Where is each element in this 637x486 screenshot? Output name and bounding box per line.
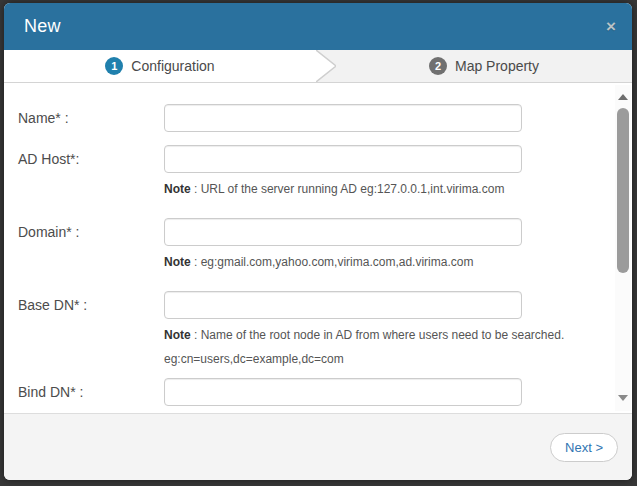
dialog-header: New × xyxy=(4,3,632,50)
scrollbar-thumb[interactable] xyxy=(617,108,629,273)
step-2-label: Map Property xyxy=(455,58,539,74)
note-text: : eg:gmail.com,yahoo.com,virima.com,ad.v… xyxy=(191,255,474,269)
next-button[interactable]: Next > xyxy=(550,433,618,462)
domain-note: Note : eg:gmail.com,yahoo.com,virima.com… xyxy=(164,255,632,269)
new-dialog: New × 1 Configuration 2 Map Property Nam… xyxy=(4,3,632,480)
base-dn-field-label: Base DN* : xyxy=(18,291,164,319)
ad-host-input[interactable] xyxy=(164,145,522,173)
base-dn-input[interactable] xyxy=(164,291,522,319)
name-field-label: Name* : xyxy=(18,104,164,132)
bind-dn-field-label: Bind DN* : xyxy=(18,378,164,406)
dialog-title: New xyxy=(24,16,61,37)
base-dn-field-row: Base DN* : xyxy=(18,291,632,319)
tab-configuration[interactable]: 1 Configuration xyxy=(4,50,316,82)
step-1-label: Configuration xyxy=(131,58,214,74)
name-field-row: Name* : xyxy=(18,104,632,132)
tab-map-property[interactable]: 2 Map Property xyxy=(336,50,632,82)
ad-host-note: Note : URL of the server running AD eg:1… xyxy=(164,182,632,196)
note-text: : URL of the server running AD eg:127.0.… xyxy=(191,182,505,196)
note-text: : Name of the root node in AD from where… xyxy=(191,328,565,342)
bind-dn-field-row: Bind DN* : xyxy=(18,378,632,406)
name-input[interactable] xyxy=(164,104,522,132)
domain-field-label: Domain* : xyxy=(18,218,164,246)
note-prefix: Note xyxy=(164,328,191,342)
ad-host-field-label: AD Host*: xyxy=(18,145,164,173)
ad-host-field-row: AD Host*: xyxy=(18,145,632,173)
base-dn-note: Note : Name of the root node in AD from … xyxy=(164,328,632,342)
vertical-scrollbar[interactable] xyxy=(615,85,631,411)
note-prefix: Note xyxy=(164,182,191,196)
base-dn-note-example: eg:cn=users,dc=example,dc=com xyxy=(164,352,632,366)
wizard-steps: 1 Configuration 2 Map Property xyxy=(4,50,632,83)
dialog-footer: Next > xyxy=(4,413,632,480)
domain-field-row: Domain* : xyxy=(18,218,632,246)
form-area: Name* : AD Host*: Note : URL of the serv… xyxy=(4,83,632,413)
note-prefix: Note xyxy=(164,255,191,269)
bind-dn-input[interactable] xyxy=(164,378,522,406)
scroll-up-arrow-icon[interactable] xyxy=(618,94,628,100)
step-2-badge: 2 xyxy=(429,57,447,75)
scroll-down-arrow-icon[interactable] xyxy=(618,395,628,401)
domain-input[interactable] xyxy=(164,218,522,246)
close-icon[interactable]: × xyxy=(606,18,616,35)
step-1-badge: 1 xyxy=(105,57,123,75)
